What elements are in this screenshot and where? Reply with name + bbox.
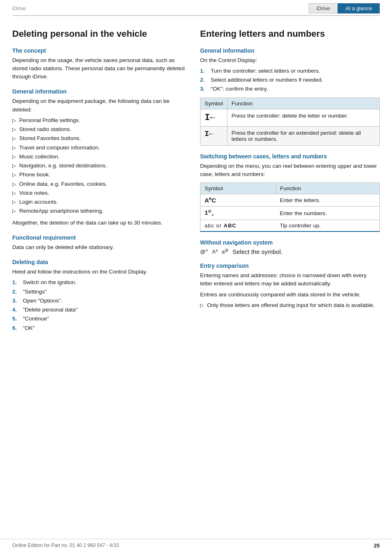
list-item: 2."Settings": [12, 288, 188, 296]
switch-table-2: Symbol Function ABC Enter the letters. 1…: [200, 182, 380, 232]
bullet-arrow-icon: ▷: [12, 207, 16, 215]
list-item: ▷Music collection.: [12, 153, 188, 161]
list-item: ▷Travel and computer information.: [12, 144, 188, 152]
nav-sym-3: a@: [222, 248, 228, 255]
general-info-text-left: Depending on the equipment package, the …: [12, 97, 188, 114]
step-number: 1.: [12, 278, 20, 287]
bullet-text: Voice notes.: [19, 189, 49, 197]
step-number: 1.: [200, 67, 207, 75]
deleting-data-heading: Deleting data: [12, 259, 188, 265]
list-item: 5."Continue": [12, 315, 188, 323]
list-item: ▷RemoteApp smartphone tethering.: [12, 207, 188, 215]
bullet-text: Navigation, e.g. stored destinations.: [19, 162, 107, 170]
bullet-text: Stored Favorites buttons.: [19, 134, 81, 142]
table-col-symbol: Symbol: [200, 183, 276, 194]
left-section-title: Deleting personal in the vehicle: [12, 28, 188, 40]
table-col-function: Function: [276, 183, 379, 194]
bullet-arrow-icon: ▷: [12, 189, 16, 197]
entry-comparison-text2: Entries are continuously compared with d…: [200, 291, 380, 299]
table-cell-symbol: I←: [200, 126, 227, 145]
deleting-data-text: Heed and follow the instructions on the …: [12, 268, 188, 276]
table-cell-function: Tip controller up.: [276, 220, 379, 232]
bullet-arrow-icon: ▷: [12, 153, 16, 160]
table-cell-symbol: 1@+: [200, 207, 276, 220]
bullet-arrow-icon: ▷: [12, 180, 16, 188]
table-cell-function: Enter the letters.: [276, 194, 379, 207]
list-item: ▷Stored radio stations.: [12, 125, 188, 133]
step-text: "Continue": [23, 315, 49, 323]
general-info-heading-left: General information: [12, 88, 188, 95]
bullet-text: Travel and computer information.: [19, 144, 100, 152]
page-content: Deleting personal in the vehicle The con…: [0, 16, 392, 352]
bullet-arrow-icon: ▷: [12, 126, 16, 133]
switching-heading: Switching between cases, letters and num…: [200, 153, 380, 160]
general-info-heading-right: General information: [200, 47, 380, 54]
table-col-function: Function: [227, 98, 380, 109]
table-cell-function: Enter the numbers.: [276, 207, 379, 220]
step-number: 4.: [12, 306, 20, 314]
list-item: ▷Personal Profile settings.: [12, 116, 188, 125]
without-nav-heading: Without navigation system: [200, 239, 380, 246]
list-item: 3."OK": confirm the entry.: [200, 85, 380, 93]
bullet-text: Stored radio stations.: [19, 125, 71, 133]
step-text: Select additional letters or numbers if …: [211, 76, 323, 84]
step-text: "OK": [23, 324, 35, 332]
table-row: abc or ABC Tip controller up.: [200, 220, 380, 232]
table-cell-function: Press the controller for an extended per…: [227, 126, 380, 145]
entry-bullet-list: ▷ Only those letters are offered during …: [200, 301, 380, 309]
footer-text-left: Online Edition for Part no. 01 40 2 960 …: [12, 543, 119, 549]
page-header: iDrive iDrive At a glance: [12, 0, 380, 16]
concept-heading: The concept: [12, 47, 188, 54]
left-column: Deleting personal in the vehicle The con…: [12, 28, 188, 336]
nav-sym-2: Aa: [212, 248, 218, 255]
nav-sym-1: @A: [200, 248, 208, 255]
concept-text: Depending on the usage, the vehicle save…: [12, 56, 188, 81]
without-nav-text: Select the symbol.: [232, 248, 283, 255]
bullet-arrow-icon: ▷: [200, 302, 204, 309]
table-row: I← Press the controller for an extended …: [200, 126, 380, 145]
table-cell-symbol: ABC: [200, 194, 276, 207]
page-footer: Online Edition for Part no. 01 40 2 960 …: [0, 539, 392, 549]
step-text: "Delete personal data": [23, 306, 78, 314]
bullet-arrow-icon: ▷: [12, 144, 16, 151]
bullet-text: RemoteApp smartphone tethering.: [19, 207, 103, 215]
bullet-text: Phone book.: [19, 171, 50, 179]
table-row: 1@+ Enter the numbers.: [200, 207, 380, 220]
list-item: 1.Turn the controller: select letters or…: [200, 67, 380, 75]
symbol-table-1: Symbol Function I← Press the controller:…: [200, 98, 380, 146]
bullet-text: Personal Profile settings.: [19, 116, 80, 125]
right-column: Entering letters and numbers General inf…: [200, 28, 380, 336]
entry-comparison-text1: Entering names and addresses: choice is …: [200, 271, 380, 288]
list-item: 4."Delete personal data": [12, 306, 188, 314]
step-text: "Settings": [23, 288, 47, 296]
step-number: 2.: [12, 288, 20, 296]
functional-req-heading: Functional requirement: [12, 234, 188, 241]
tab-idrive[interactable]: iDrive: [309, 3, 338, 13]
step-number: 5.: [12, 315, 20, 323]
bullet-text: Online data, e.g. Favorites, cookies.: [19, 180, 107, 188]
step-text: "OK": confirm the entry.: [211, 85, 268, 93]
tab-at-a-glance[interactable]: At a glance: [338, 3, 380, 13]
list-item: 3.Open "Options".: [12, 297, 188, 305]
step-number: 3.: [200, 85, 207, 93]
table-cell-symbol: abc or ABC: [200, 220, 276, 232]
entry-comparison-heading: Entry comparison: [200, 262, 380, 269]
general-info-note: Altogether, the deletion of the data can…: [12, 219, 188, 227]
bullet-list: ▷Personal Profile settings. ▷Stored radi…: [12, 116, 188, 216]
steps-list: 1.Switch on the ignition. 2."Settings" 3…: [12, 278, 188, 332]
bullet-arrow-icon: ▷: [12, 171, 16, 178]
bullet-arrow-icon: ▷: [12, 198, 16, 206]
step-text: Turn the controller: select letters or n…: [211, 67, 320, 75]
table-cell-symbol: I←: [200, 109, 227, 126]
header-idrive-label: iDrive: [12, 5, 26, 11]
step-number: 3.: [12, 297, 20, 305]
bullet-text: Music collection.: [19, 153, 60, 161]
list-item: ▷Navigation, e.g. stored destinations.: [12, 162, 188, 170]
bullet-arrow-icon: ▷: [12, 162, 16, 169]
list-item: ▷Phone book.: [12, 171, 188, 179]
list-item: ▷Stored Favorites buttons.: [12, 134, 188, 142]
switching-text: Depending on the menu, you can reel betw…: [200, 162, 380, 179]
table-row: ABC Enter the letters.: [200, 194, 380, 207]
list-item: ▷Login accounts.: [12, 198, 188, 206]
nav-symbols: @A Aa a@ Select the symbol.: [200, 248, 380, 255]
